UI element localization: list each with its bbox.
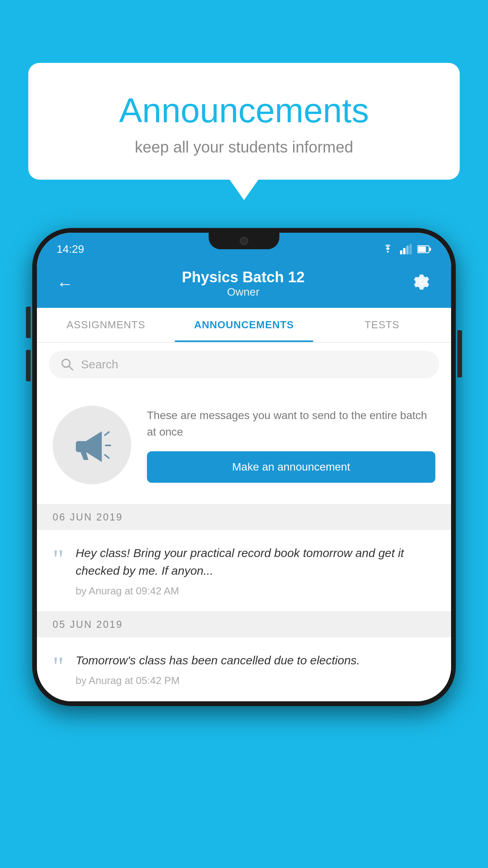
announcement-meta-2: by Anurag at 05:42 PM — [76, 675, 435, 687]
make-announcement-button[interactable]: Make an announcement — [147, 451, 435, 483]
bubble-subtitle: keep all your students informed — [52, 138, 436, 156]
svg-rect-1 — [403, 248, 405, 254]
app-bar-title: Physics Batch 12 — [182, 269, 305, 286]
announcement-content-2: Tomorrow's class has been cancelled due … — [76, 651, 435, 687]
tab-announcements[interactable]: ANNOUNCEMENTS — [175, 308, 313, 342]
announcement-text-1: Hey class! Bring your practical record b… — [76, 544, 435, 579]
date-header-june5: 05 JUN 2019 — [37, 612, 451, 637]
date-header-june6: 06 JUN 2019 — [37, 504, 451, 530]
quote-icon-2: " — [53, 653, 64, 680]
svg-line-9 — [105, 432, 109, 435]
search-container: Search — [37, 343, 451, 386]
announcement-item-1[interactable]: " Hey class! Bring your practical record… — [37, 530, 451, 612]
svg-rect-5 — [418, 246, 426, 252]
svg-rect-6 — [429, 248, 431, 251]
tabs-bar: ASSIGNMENTS ANNOUNCEMENTS TESTS — [37, 308, 451, 343]
app-bar-subtitle: Owner — [182, 286, 305, 298]
search-icon — [61, 358, 74, 371]
gear-icon — [413, 273, 431, 291]
status-icons — [381, 244, 431, 254]
speech-bubble-wrapper: Announcements keep all your students inf… — [28, 63, 460, 180]
bubble-title: Announcements — [52, 90, 436, 131]
search-bar[interactable]: Search — [49, 351, 439, 378]
megaphone-icon — [70, 423, 114, 467]
front-camera — [240, 237, 248, 245]
announcement-prompt: These are messages you want to send to t… — [37, 386, 451, 504]
svg-line-11 — [105, 455, 109, 458]
phone-notch — [209, 233, 279, 249]
phone-screen: 14:29 — [37, 233, 451, 701]
tab-tests[interactable]: TESTS — [313, 308, 451, 342]
battery-icon — [417, 245, 431, 254]
announcement-content-1: Hey class! Bring your practical record b… — [76, 544, 435, 597]
search-placeholder: Search — [81, 358, 118, 371]
power-button[interactable] — [457, 330, 462, 377]
announcement-text-2: Tomorrow's class has been cancelled due … — [76, 651, 435, 669]
svg-rect-2 — [406, 246, 409, 254]
svg-line-8 — [69, 366, 73, 370]
phone-wrapper: 14:29 — [32, 228, 456, 706]
announcement-meta-1: by Anurag at 09:42 AM — [76, 585, 435, 597]
wifi-icon — [381, 244, 394, 254]
app-bar-title-block: Physics Batch 12 Owner — [182, 269, 305, 298]
prompt-description: These are messages you want to send to t… — [147, 407, 435, 440]
speech-bubble: Announcements keep all your students inf… — [28, 63, 460, 180]
back-button[interactable]: ← — [57, 274, 73, 293]
svg-rect-0 — [400, 250, 402, 254]
volume-down-button[interactable] — [26, 350, 31, 381]
signal-icon — [400, 244, 412, 254]
settings-button[interactable] — [413, 273, 431, 294]
status-time: 14:29 — [57, 243, 84, 256]
quote-icon-1: " — [53, 546, 64, 573]
svg-rect-3 — [409, 244, 412, 254]
megaphone-icon-circle — [53, 406, 131, 484]
announcement-item-2[interactable]: " Tomorrow's class has been cancelled du… — [37, 637, 451, 701]
prompt-content: These are messages you want to send to t… — [147, 407, 435, 483]
volume-up-button[interactable] — [26, 307, 31, 338]
app-bar: ← Physics Batch 12 Owner — [37, 259, 451, 308]
phone-device: 14:29 — [32, 228, 456, 706]
tab-assignments[interactable]: ASSIGNMENTS — [37, 308, 175, 342]
